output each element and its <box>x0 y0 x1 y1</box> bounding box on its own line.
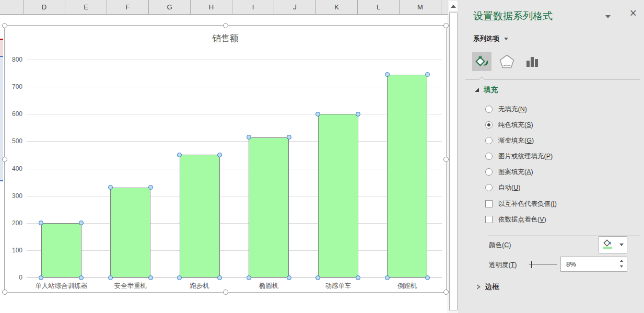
column-header-K[interactable]: K <box>316 0 358 14</box>
column-header-I[interactable]: I <box>232 0 274 14</box>
y-axis-label: 400 <box>6 165 22 172</box>
y-axis-label: 700 <box>6 83 22 90</box>
data-point-handle[interactable] <box>287 275 291 280</box>
column-header-partial[interactable] <box>0 0 24 14</box>
data-point-handle[interactable] <box>39 275 43 280</box>
data-point-handle[interactable] <box>287 135 291 140</box>
vertical-scrollbar[interactable] <box>448 0 459 313</box>
series-options-label: 系列选项 <box>473 34 499 43</box>
chart-resize-handle[interactable] <box>223 289 228 295</box>
border-section-header[interactable]: 边框 <box>477 282 499 292</box>
data-bar[interactable] <box>387 75 427 277</box>
data-point-handle[interactable] <box>425 72 430 77</box>
radio-button[interactable] <box>485 153 493 160</box>
chart-resize-handle[interactable] <box>443 23 449 28</box>
radio-button[interactable] <box>485 137 493 144</box>
chart-resize-handle[interactable] <box>2 157 7 162</box>
tab-divider <box>465 79 640 80</box>
radio-button[interactable] <box>485 168 493 176</box>
column-header-H[interactable]: H <box>191 0 232 14</box>
y-axis-label: 500 <box>6 137 22 145</box>
data-point-handle[interactable] <box>247 275 251 280</box>
data-point-handle[interactable] <box>385 275 390 280</box>
column-header-D[interactable]: D <box>24 0 65 14</box>
gridline <box>27 223 442 224</box>
column-header-E[interactable]: E <box>65 0 107 14</box>
gridline <box>27 277 442 278</box>
collapsed-triangle-icon <box>477 284 481 289</box>
chart-title[interactable]: 销售额 <box>5 32 446 44</box>
radio-button[interactable] <box>485 184 493 191</box>
option-label: 自动(U) <box>498 183 520 192</box>
data-point-handle[interactable] <box>356 112 360 117</box>
pane-close-button[interactable]: × <box>630 7 637 19</box>
fill-section-title: 填充 <box>484 85 498 95</box>
data-bar[interactable] <box>249 137 289 277</box>
data-point-handle[interactable] <box>79 275 84 280</box>
transparency-spinbox[interactable]: 8% <box>560 257 627 272</box>
data-point-handle[interactable] <box>385 72 390 77</box>
data-point-handle[interactable] <box>79 221 84 225</box>
column-header-J[interactable]: J <box>274 0 316 14</box>
transparency-slider-track[interactable] <box>529 264 557 265</box>
chevron-down-icon <box>504 38 508 40</box>
chart-resize-handle[interactable] <box>2 23 7 28</box>
data-bar[interactable] <box>110 188 150 277</box>
radio-button[interactable] <box>485 121 493 129</box>
spin-up-icon[interactable] <box>620 260 623 262</box>
pane-title-dropdown-icon[interactable] <box>605 15 611 18</box>
data-point-handle[interactable] <box>315 275 320 280</box>
data-point-handle[interactable] <box>217 153 222 157</box>
chart-resize-handle[interactable] <box>223 23 228 28</box>
gridline <box>27 169 442 169</box>
option-solid-fill[interactable]: 纯色填充(S) <box>485 121 533 129</box>
chart-resize-handle[interactable] <box>443 289 449 295</box>
category-label: 安全举重机 <box>96 282 166 291</box>
data-bar[interactable] <box>318 114 358 277</box>
tab-effects[interactable] <box>497 52 517 71</box>
data-point-handle[interactable] <box>425 275 430 280</box>
spin-down-icon[interactable] <box>620 265 623 268</box>
fill-section-header[interactable]: 填充 <box>475 85 498 95</box>
checkbox[interactable] <box>485 200 493 207</box>
column-chart-icon <box>526 56 538 67</box>
tab-series-options[interactable] <box>522 52 542 71</box>
scrollbar-thumb[interactable] <box>449 13 458 310</box>
tab-fill-and-line[interactable] <box>472 52 491 71</box>
column-header-L[interactable]: L <box>358 0 400 14</box>
data-point-handle[interactable] <box>315 112 320 117</box>
scroll-up-icon <box>451 5 456 8</box>
scroll-up-button[interactable] <box>449 1 458 11</box>
data-point-handle[interactable] <box>148 275 153 280</box>
option-pattern-fill[interactable]: 图案填充(A) <box>485 168 533 176</box>
data-point-handle[interactable] <box>247 135 251 140</box>
column-header-F[interactable]: F <box>107 0 149 14</box>
data-point-handle[interactable] <box>177 275 182 280</box>
option-invert-if-negative[interactable]: 以互补色代表负值(I) <box>485 200 557 208</box>
data-point-handle[interactable] <box>148 185 153 190</box>
y-axis-label: 300 <box>6 192 22 200</box>
option-no-fill[interactable]: 无填充(N) <box>485 105 527 113</box>
checkbox[interactable] <box>485 216 493 223</box>
option-automatic[interactable]: 自动(U) <box>485 183 520 192</box>
gridline <box>27 87 442 87</box>
data-bar[interactable] <box>41 223 81 277</box>
data-point-handle[interactable] <box>356 275 360 280</box>
chart-resize-handle[interactable] <box>2 289 7 295</box>
column-header-M[interactable]: M <box>400 0 441 14</box>
column-header-G[interactable]: G <box>149 0 191 14</box>
option-picture-texture-fill[interactable]: 图片或纹理填充(P) <box>485 152 553 160</box>
transparency-value: 8% <box>566 260 576 268</box>
option-vary-colors-by-point[interactable]: 依数据点着色(V) <box>485 215 546 224</box>
data-point-handle[interactable] <box>217 275 222 280</box>
series-options-dropdown[interactable]: 系列选项 <box>473 34 508 43</box>
radio-button[interactable] <box>485 106 493 113</box>
transparency-slider-thumb[interactable] <box>531 261 532 268</box>
chart-object[interactable]: 销售额 0100200300400500600700800单人站综合训练器安全举… <box>4 25 447 293</box>
data-bar[interactable] <box>180 155 220 277</box>
option-label: 渐变填充(G) <box>498 136 534 145</box>
chart-resize-handle[interactable] <box>443 157 449 162</box>
fill-color-button[interactable] <box>599 236 627 253</box>
option-gradient-fill[interactable]: 渐变填充(G) <box>485 136 534 145</box>
data-point-handle[interactable] <box>108 275 113 280</box>
